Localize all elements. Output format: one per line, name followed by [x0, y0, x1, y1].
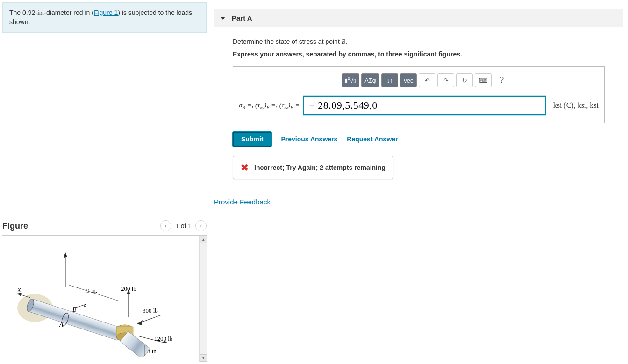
- figure-title: Figure: [2, 221, 28, 231]
- problem-text-prefix: The 0.92-: [9, 9, 37, 16]
- answer-box: ▮x√▯ ΑΣφ ↓↑ vec ↶ ↷ ↻ ⌨ ? σB =, (τxy)B =…: [233, 66, 605, 123]
- request-answer-link[interactable]: Request Answer: [347, 135, 398, 143]
- problem-description: The 0.92-in.-diameter rod in (Figure 1) …: [2, 2, 207, 33]
- part-title: Part A: [232, 14, 252, 22]
- left-pane: The 0.92-in.-diameter rod in (Figure 1) …: [0, 0, 209, 364]
- figure-link[interactable]: Figure 1: [94, 9, 118, 16]
- scroll-up-icon[interactable]: ▴: [200, 236, 207, 243]
- svg-marker-17: [137, 320, 143, 325]
- templates-button[interactable]: ▮x√▯: [342, 73, 359, 87]
- reset-button[interactable]: ↻: [456, 73, 473, 87]
- answer-row: σB =, (τxy)B =, (τxz)B = ksi (C), ksi, k…: [239, 96, 599, 115]
- axis-z-label: z: [83, 301, 86, 308]
- right-pane: Part A Determine the state of stress at …: [209, 0, 628, 364]
- figure-header: Figure ‹ 1 of 1 ›: [2, 217, 207, 236]
- figure-diagram: y x z B A 9 in. 200 lb 300 lb 1200 lb 3 …: [2, 236, 189, 357]
- answer-units: ksi (C), ksi, ksi: [550, 101, 599, 110]
- keyboard-button[interactable]: ⌨: [475, 73, 492, 87]
- force-1200lb: 1200 lb: [154, 335, 172, 342]
- problem-text-mid: -diameter rod in (: [44, 9, 94, 16]
- part-body: Determine the state of stress at point B…: [214, 38, 623, 179]
- dim-9in: 9 in.: [86, 287, 97, 294]
- help-button[interactable]: ?: [493, 73, 510, 87]
- instruction-text: Determine the state of stress at point B…: [233, 38, 605, 46]
- previous-answers-link[interactable]: Previous Answers: [281, 135, 337, 143]
- scroll-down-icon[interactable]: ▾: [200, 354, 207, 362]
- subsup-button[interactable]: ↓↑: [381, 73, 398, 87]
- force-200lb: 200 lb: [121, 285, 136, 292]
- figure-nav: ‹ 1 of 1 ›: [160, 220, 207, 231]
- equation-toolbar: ▮x√▯ ΑΣφ ↓↑ vec ↶ ↷ ↻ ⌨ ?: [239, 73, 599, 87]
- figure-scrollbar[interactable]: ▴ ▾: [199, 236, 207, 362]
- problem-unit: in.: [37, 9, 44, 16]
- provide-feedback-link[interactable]: Provide Feedback: [214, 198, 271, 206]
- submit-button[interactable]: Submit: [233, 132, 271, 147]
- svg-marker-11: [17, 293, 22, 296]
- figure-section: Figure ‹ 1 of 1 ›: [0, 217, 209, 364]
- point-b-label: B: [72, 306, 77, 313]
- action-row: Submit Previous Answers Request Answer: [233, 132, 605, 147]
- feedback-box: ✖ Incorrect; Try Again; 2 attempts remai…: [233, 156, 393, 179]
- vec-button[interactable]: vec: [400, 73, 417, 87]
- axis-x-label: x: [17, 286, 21, 293]
- dim-3in: 3 in.: [147, 348, 158, 355]
- undo-button[interactable]: ↶: [419, 73, 435, 87]
- feedback-text: Incorrect; Try Again; 2 attempts remaini…: [254, 164, 385, 171]
- redo-button[interactable]: ↷: [437, 73, 454, 87]
- collapse-icon: [221, 17, 225, 20]
- incorrect-icon: ✖: [241, 162, 249, 173]
- provide-feedback: Provide Feedback: [214, 198, 623, 206]
- figure-page-label: 1 of 1: [175, 222, 192, 230]
- greek-button[interactable]: ΑΣφ: [361, 73, 379, 87]
- part-header[interactable]: Part A: [214, 9, 623, 27]
- force-300lb: 300 lb: [143, 307, 158, 314]
- format-instruction: Express your answers, separated by comma…: [233, 50, 605, 58]
- answer-input[interactable]: [303, 96, 545, 115]
- point-a-label: A: [59, 321, 64, 328]
- answer-lhs: σB =, (τxy)B =, (τxz)B =: [239, 101, 300, 110]
- axis-y-label: y: [62, 252, 66, 259]
- figure-next-button[interactable]: ›: [195, 220, 207, 231]
- figure-canvas: y x z B A 9 in. 200 lb 300 lb 1200 lb 3 …: [2, 236, 207, 362]
- figure-prev-button[interactable]: ‹: [160, 220, 171, 231]
